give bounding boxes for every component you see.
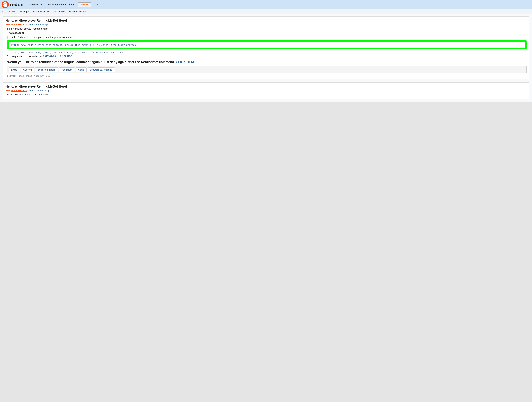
svg-point-2 xyxy=(4,2,7,5)
btn-feedback[interactable]: Feedback xyxy=(59,67,75,72)
btn-your-reminders[interactable]: Your Reminders xyxy=(35,67,58,72)
reminder-date-val: 2017-09-09 14:22:59 UTC xyxy=(43,55,72,58)
sep4: | xyxy=(51,10,51,13)
sep2: | xyxy=(17,10,17,13)
link-block-user[interactable]: block user xyxy=(34,75,44,77)
highlight-url-link[interactable]: https://www.reddit.com/r/pics/comments/6… xyxy=(11,43,136,46)
sep1: | xyxy=(6,10,6,13)
header: reddit MESSAGE send a private message in… xyxy=(0,0,532,9)
sep3: | xyxy=(31,10,31,13)
reddit-alien-icon xyxy=(2,1,9,8)
btn-faqs[interactable]: FAQs xyxy=(8,67,20,72)
nav-send-pm[interactable]: send a private message xyxy=(45,2,77,7)
content: Hello, wikihowsteve RemindMeBot Here! fr… xyxy=(0,14,532,102)
reminder-text: You requested this reminder on: xyxy=(7,55,42,58)
btn-browser-extensions[interactable]: Browser Extensions xyxy=(87,67,115,72)
footer-links: permalink delete report block user reply xyxy=(7,75,526,77)
message-intro: RemindMeBot private message here! xyxy=(7,27,526,30)
nav-sent[interactable]: sent xyxy=(92,2,101,7)
reddit-wordmark: reddit xyxy=(10,2,24,7)
link-delete[interactable]: delete xyxy=(19,75,24,77)
nav-tabs: MESSAGE send a private message inbox sen… xyxy=(27,2,102,7)
subnav-messages[interactable]: messages xyxy=(19,10,29,13)
svg-point-3 xyxy=(5,3,5,4)
message-intro-2: RemindMeBot private message here! xyxy=(7,93,526,96)
from-user-link-2[interactable]: RemindMeBot xyxy=(11,89,27,92)
link-permalink[interactable]: permalink xyxy=(7,75,17,77)
nav-inbox[interactable]: inbox xyxy=(78,2,91,7)
message-body-1: RemindMeBot private message here! The me… xyxy=(6,27,526,77)
subnav-unread[interactable]: unread xyxy=(8,10,15,13)
subnav-all[interactable]: all xyxy=(2,10,4,13)
svg-point-9 xyxy=(4,6,5,7)
sub-nav: all | unread | messages | comment replie… xyxy=(0,9,532,14)
message-time-1: sent a minute ago xyxy=(29,23,49,26)
parent-url-link[interactable]: https://www.reddit.com/r/pics/comments/6… xyxy=(10,51,125,54)
sep5: | xyxy=(66,10,66,13)
link-reply[interactable]: reply xyxy=(45,75,50,77)
svg-point-10 xyxy=(6,6,7,7)
parent-url-line: https://www.reddit.com/r/pics/comments/6… xyxy=(10,51,526,54)
link-report[interactable]: report xyxy=(26,75,32,77)
subnav-comment-replies[interactable]: comment replies xyxy=(33,10,50,13)
svg-point-8 xyxy=(5,1,6,2)
subnav-username-mentions[interactable]: username mentions xyxy=(68,10,88,13)
message-title-2: Hello, wikihowsteve RemindMeBot Here! xyxy=(6,85,526,88)
message-quote: "Hello, I'm here to remind you to see th… xyxy=(7,36,526,39)
reminder-date-line: You requested this reminder on: 2017-09-… xyxy=(7,55,526,58)
from-label-2: from xyxy=(6,89,11,92)
click-cta: Would you like to be reminded of the ori… xyxy=(7,60,526,64)
cta-text: Would you like to be reminded of the ori… xyxy=(7,60,175,64)
action-buttons-row: FAQs Custom Your Reminders Feedback Code… xyxy=(7,66,526,73)
green-highlight-box: https://www.reddit.com/r/pics/comments/6… xyxy=(7,40,526,49)
message-block-2: Hello, wikihowsteve RemindMeBot Here! fr… xyxy=(3,82,529,99)
message-body-2: RemindMeBot private message here! xyxy=(6,93,526,96)
btn-code[interactable]: Code xyxy=(76,67,87,72)
btn-custom[interactable]: Custom xyxy=(21,67,34,72)
svg-point-5 xyxy=(3,3,4,4)
reddit-logo[interactable]: reddit xyxy=(2,1,24,8)
svg-point-6 xyxy=(6,3,7,4)
svg-point-4 xyxy=(6,3,6,4)
highlight-url-box: https://www.reddit.com/r/pics/comments/6… xyxy=(9,42,525,48)
click-here-text[interactable]: CLICK HERE xyxy=(176,60,196,64)
message-block-1: Hello, wikihowsteve RemindMeBot Here! fr… xyxy=(3,17,529,79)
message-section-label: The message: xyxy=(7,31,526,34)
message-title-1: Hello, wikihowsteve RemindMeBot Here! xyxy=(6,19,526,23)
nav-message[interactable]: MESSAGE xyxy=(27,2,45,7)
message-meta-1: from RemindMeBot sent a minute ago xyxy=(6,23,526,26)
subnav-post-replies[interactable]: post replies xyxy=(53,10,64,13)
from-user-link[interactable]: RemindMeBot xyxy=(11,23,27,26)
message-meta-2: from RemindMeBot sent 11 minutes ago xyxy=(6,89,526,92)
from-label: from xyxy=(6,23,11,26)
message-time-2: sent 11 minutes ago xyxy=(29,89,51,92)
